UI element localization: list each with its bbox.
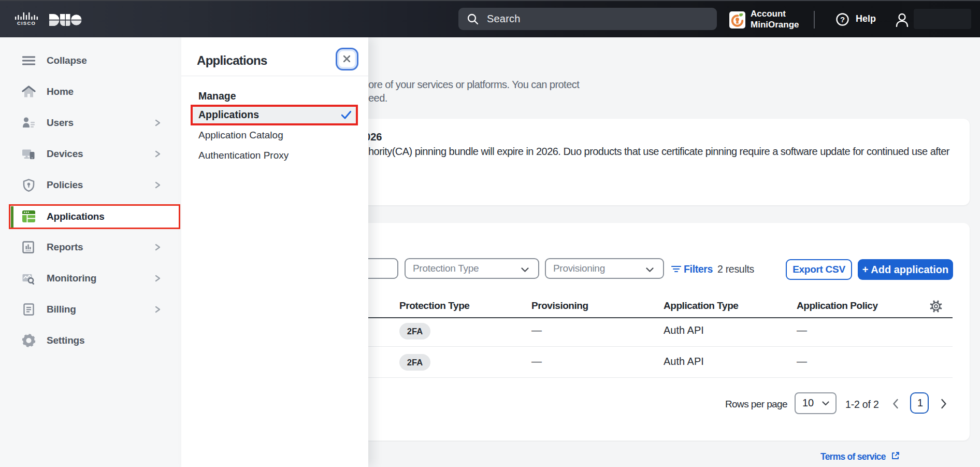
svg-text:?: ? <box>840 15 845 24</box>
svg-text:CISCO: CISCO <box>17 20 36 25</box>
